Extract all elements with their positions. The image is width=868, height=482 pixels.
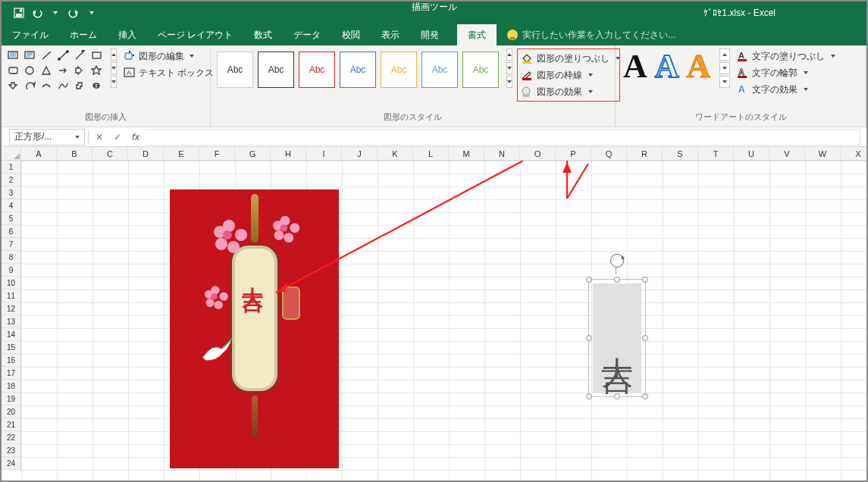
tab-view[interactable]: 表示 (371, 24, 410, 45)
column-headers[interactable]: ABCDEFGHIJKLMNOPQRSTUVWX (21, 147, 866, 161)
row-headers[interactable]: 123456789101112131415161718192021222324 (2, 161, 21, 470)
shapes-gallery[interactable] (6, 49, 105, 92)
wordart-preset-1[interactable]: A (623, 50, 647, 83)
style-preset-1[interactable]: Abc (217, 52, 253, 88)
cancel-button[interactable]: ✕ (90, 129, 108, 146)
column-header[interactable]: N (484, 147, 520, 160)
select-all-corner[interactable] (2, 147, 21, 161)
shape-fill-button[interactable]: 図形の塗りつぶし (519, 51, 618, 66)
row-header[interactable]: 20 (2, 405, 20, 418)
tab-insert[interactable]: 挿入 (108, 24, 147, 45)
wordart-gallery[interactable]: A A A (620, 49, 713, 85)
row-header[interactable]: 3 (2, 186, 20, 199)
style-preset-4[interactable]: Abc (340, 52, 376, 88)
style-preset-6[interactable]: Abc (421, 52, 458, 88)
tab-review[interactable]: 校閲 (331, 24, 371, 45)
tab-developer[interactable]: 開発 (410, 24, 450, 45)
column-header[interactable]: G (235, 147, 271, 160)
tab-formulas[interactable]: 数式 (243, 24, 283, 45)
column-header[interactable]: J (342, 147, 378, 160)
style-gallery-spinner[interactable] (506, 49, 512, 88)
resize-handle[interactable] (614, 277, 620, 283)
undo-more-button[interactable] (47, 5, 64, 21)
text-effects-button[interactable]: A文字の効果 (735, 82, 833, 97)
rotate-handle[interactable] (610, 254, 624, 268)
wordart-preset-3[interactable]: A (687, 50, 711, 83)
row-header[interactable]: 12 (2, 302, 20, 315)
text-outline-button[interactable]: A文字の輪郭 (735, 65, 833, 80)
row-header[interactable]: 8 (2, 251, 20, 264)
resize-handle[interactable] (586, 277, 592, 283)
row-header[interactable]: 6 (2, 225, 20, 238)
row-header[interactable]: 13 (2, 315, 20, 328)
redo-button[interactable] (65, 5, 82, 21)
qat-customize-button[interactable] (83, 5, 100, 21)
enter-button[interactable]: ✓ (108, 129, 127, 146)
resize-handle[interactable] (586, 393, 592, 399)
shape-style-gallery[interactable]: Abc Abc Abc Abc Abc Abc Abc (215, 49, 500, 91)
tab-page-layout[interactable]: ページ レイアウト (147, 24, 243, 45)
column-header[interactable]: K (378, 147, 413, 160)
row-header[interactable]: 9 (2, 264, 20, 277)
row-header[interactable]: 21 (2, 418, 20, 431)
column-header[interactable]: S (663, 147, 698, 160)
style-preset-2[interactable]: Abc (258, 52, 294, 88)
shape-effects-button[interactable]: 図形の効果 (519, 84, 618, 99)
row-header[interactable]: 17 (2, 367, 20, 380)
column-header[interactable]: R (627, 147, 663, 160)
row-header[interactable]: 16 (2, 354, 20, 367)
wordart-gallery-spinner[interactable] (719, 49, 730, 88)
cells-area[interactable]: 大吉 大吉 (21, 161, 866, 480)
fx-button[interactable]: fx (127, 129, 145, 146)
row-header[interactable]: 18 (2, 380, 20, 393)
row-header[interactable]: 5 (2, 212, 20, 225)
column-header[interactable]: V (769, 147, 805, 160)
name-box[interactable]: 正方形/... (9, 129, 85, 146)
column-header[interactable]: Q (591, 147, 627, 160)
column-header[interactable]: P (556, 147, 591, 160)
column-header[interactable]: I (306, 147, 342, 160)
selected-text-shape[interactable]: 大吉 (593, 283, 641, 393)
column-header[interactable]: W (805, 147, 841, 160)
column-header[interactable]: H (271, 147, 306, 160)
style-preset-3[interactable]: Abc (299, 52, 335, 88)
row-header[interactable]: 14 (2, 328, 20, 341)
tab-home[interactable]: ホーム (59, 24, 108, 45)
column-header[interactable]: M (449, 147, 484, 160)
row-header[interactable]: 2 (2, 174, 20, 186)
formula-input[interactable] (145, 129, 860, 146)
shape-outline-button[interactable]: 図形の枠線 (519, 67, 618, 83)
row-header[interactable]: 4 (2, 199, 20, 212)
row-header[interactable]: 19 (2, 393, 20, 405)
tab-format[interactable]: 書式 (457, 24, 497, 45)
tab-file[interactable]: ファイル (2, 24, 59, 45)
resize-handle[interactable] (586, 335, 592, 341)
column-header[interactable]: A (21, 147, 57, 160)
style-preset-5[interactable]: Abc (381, 52, 417, 88)
tell-me[interactable]: 実行したい作業を入力してください... (497, 24, 675, 45)
undo-button[interactable] (29, 5, 45, 21)
column-header[interactable]: E (164, 147, 199, 160)
column-header[interactable]: D (128, 147, 164, 160)
row-header[interactable]: 22 (2, 431, 20, 444)
resize-handle[interactable] (614, 393, 620, 399)
resize-handle[interactable] (642, 277, 648, 283)
column-header[interactable]: B (57, 147, 92, 160)
row-header[interactable]: 11 (2, 290, 20, 302)
lantern-artwork[interactable]: 大吉 (170, 189, 339, 468)
column-header[interactable]: L (413, 147, 449, 160)
column-header[interactable]: F (199, 147, 235, 160)
column-header[interactable]: U (734, 147, 769, 160)
row-header[interactable]: 7 (2, 238, 20, 251)
row-header[interactable]: 24 (2, 457, 20, 470)
row-header[interactable]: 10 (2, 277, 20, 290)
row-header[interactable]: 15 (2, 341, 20, 354)
text-fill-button[interactable]: A文字の塗りつぶし (735, 49, 833, 64)
column-header[interactable]: T (698, 147, 734, 160)
row-header[interactable]: 1 (2, 161, 20, 174)
wordart-preset-2[interactable]: A (655, 50, 679, 83)
shapes-gallery-spinner[interactable] (111, 49, 117, 88)
column-header[interactable]: C (92, 147, 128, 160)
style-preset-7[interactable]: Abc (462, 52, 499, 88)
resize-handle[interactable] (642, 335, 648, 341)
